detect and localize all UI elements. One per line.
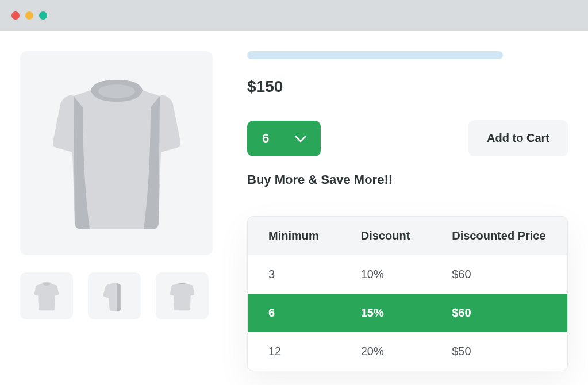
svg-point-0: [98, 84, 135, 98]
close-window-icon[interactable]: [11, 11, 20, 20]
product-page: $150 6 Add to Cart Buy More & Save More!…: [0, 31, 588, 385]
tshirt-side-icon: [102, 280, 127, 311]
header-price: Discounted Price: [431, 217, 567, 255]
discount-table: Minimum Discount Discounted Price 310%$6…: [247, 216, 568, 371]
thumbnail-side[interactable]: [88, 272, 141, 319]
header-minimum: Minimum: [248, 217, 340, 255]
cell-discount: 15%: [340, 294, 431, 332]
quantity-select[interactable]: 6: [247, 121, 321, 156]
promo-text: Buy More & Save More!!: [247, 172, 568, 187]
action-row: 6 Add to Cart: [247, 120, 568, 156]
cell-minimum: 12: [248, 332, 340, 371]
table-row: 1220%$50: [248, 332, 567, 371]
window-chrome: [0, 0, 588, 31]
minimize-window-icon[interactable]: [25, 11, 33, 20]
thumbnail-front[interactable]: [20, 272, 73, 319]
header-discount: Discount: [340, 217, 431, 255]
svg-point-1: [43, 283, 50, 286]
table-header-row: Minimum Discount Discounted Price: [248, 217, 567, 255]
product-details: $150 6 Add to Cart Buy More & Save More!…: [247, 51, 568, 371]
cell-minimum: 3: [248, 255, 340, 294]
product-title-placeholder: [247, 51, 503, 59]
tshirt-front-icon: [34, 280, 59, 311]
product-main-image[interactable]: [20, 51, 213, 255]
product-price: $150: [247, 78, 568, 96]
cell-discount: 10%: [340, 255, 431, 294]
cell-price: $50: [431, 332, 567, 371]
product-gallery: [20, 51, 213, 371]
quantity-value: 6: [262, 131, 269, 146]
tshirt-icon: [51, 73, 183, 234]
tshirt-back-icon: [170, 280, 195, 311]
cell-price: $60: [431, 255, 567, 294]
chevron-down-icon: [295, 131, 306, 146]
cell-minimum: 6: [248, 294, 340, 332]
table-row: 615%$60: [248, 294, 567, 332]
thumbnail-row: [20, 272, 213, 319]
thumbnail-back[interactable]: [156, 272, 209, 319]
table-row: 310%$60: [248, 255, 567, 294]
cell-price: $60: [431, 294, 567, 332]
add-to-cart-button[interactable]: Add to Cart: [468, 120, 568, 156]
maximize-window-icon[interactable]: [39, 11, 47, 20]
cell-discount: 20%: [340, 332, 431, 371]
